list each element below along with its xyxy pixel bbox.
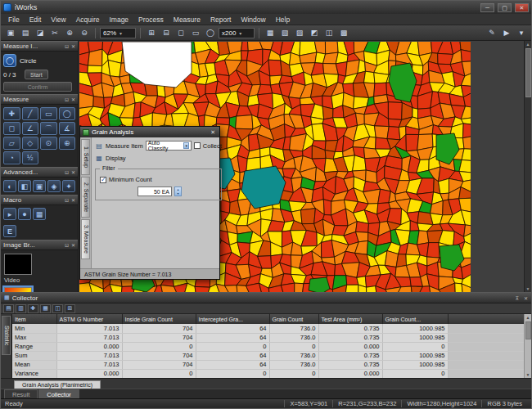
menu-item-help[interactable]: Help: [271, 15, 295, 25]
pen-icon[interactable]: ✎: [485, 27, 498, 39]
table-row[interactable]: Sum 7.013 704 64 736.0 0.735 1000.985: [12, 351, 531, 360]
panel-header[interactable]: Macro ⊡ ✕: [1, 195, 78, 205]
close-icon[interactable]: ✕: [524, 295, 528, 301]
collector-tool-icon[interactable]: ◫: [52, 304, 63, 313]
tab-statistic[interactable]: Statistic: [2, 316, 11, 355]
collector-tool-icon[interactable]: ✚: [28, 304, 38, 313]
open-icon[interactable]: ▤: [19, 27, 32, 39]
tab-grain-analysis-planimetric[interactable]: Grain Analysis (Planimetric): [14, 380, 101, 389]
column-header[interactable]: Inside Grain Count: [122, 314, 196, 324]
scroll-thumb[interactable]: [525, 48, 531, 97]
minimum-count-input[interactable]: 50 EA: [138, 187, 172, 196]
start-button[interactable]: Start: [25, 70, 48, 79]
column-header[interactable]: Grain Count: [269, 314, 318, 324]
spinner-down-icon[interactable]: ▾: [175, 191, 181, 196]
circle-select-icon[interactable]: ◯: [204, 27, 217, 39]
scroll-up-icon[interactable]: ▲: [526, 41, 530, 47]
polygon-tool-icon[interactable]: ◇: [22, 137, 39, 150]
menu-item-window[interactable]: Window: [236, 15, 270, 25]
menu-item-edit[interactable]: Edit: [25, 15, 47, 25]
confirm-button[interactable]: Confirm: [3, 82, 72, 92]
column-header[interactable]: Grain Count...: [382, 314, 448, 324]
browser-item-video[interactable]: Video: [4, 254, 74, 284]
grid-icon[interactable]: ▦: [264, 27, 277, 39]
arc-tool-icon[interactable]: ⌒: [40, 122, 57, 135]
table-row[interactable]: Mean 7.013 704 64 736.0 0.735 1000.985: [12, 360, 531, 369]
cross-circle-tool-icon[interactable]: ⊕: [59, 137, 76, 150]
panel-close-icon[interactable]: ✕: [71, 97, 75, 102]
macro-list-icon[interactable]: ▦: [33, 208, 46, 220]
panel-header[interactable]: Measure ⊡ ✕: [1, 94, 78, 105]
concentric-tool-icon[interactable]: ⊙: [40, 137, 57, 150]
angle3-tool-icon[interactable]: ∡: [59, 122, 76, 135]
tab-separate[interactable]: 2. Separate: [81, 177, 90, 218]
magnification-combo[interactable]: x200 ▾: [219, 28, 255, 38]
advanced-tool-icon[interactable]: ◐: [3, 180, 16, 192]
pin-icon[interactable]: ⊼: [516, 295, 519, 301]
collector-tool-icon[interactable]: ⊞: [65, 304, 75, 313]
panel-header[interactable]: Measure I... ⊡ ✕: [1, 41, 78, 52]
save-icon[interactable]: ◪: [34, 27, 47, 39]
scroll-down-icon[interactable]: ▼: [526, 285, 530, 292]
minimum-count-checkbox[interactable]: [100, 177, 106, 183]
scroll-up-icon[interactable]: ▲: [526, 314, 530, 321]
tab-collector[interactable]: Collector: [38, 389, 79, 398]
panel-header[interactable]: Advanced... ⊡ ✕: [1, 167, 78, 178]
angle-tool-icon[interactable]: ∠: [22, 122, 39, 135]
circle-shape-icon[interactable]: ◯: [3, 54, 16, 67]
zoom-out-icon[interactable]: ⊖: [78, 27, 91, 39]
table-row[interactable]: Max 7.013 704 64 736.0 0.735 1000.985: [12, 333, 531, 342]
measure-item-select[interactable]: Auto Classify ▾: [146, 141, 192, 151]
crop-icon[interactable]: ▭: [189, 27, 202, 39]
ratio-tool-icon[interactable]: ½: [22, 151, 39, 164]
panel-close-icon[interactable]: ✕: [71, 43, 75, 49]
tab-measure[interactable]: 3. Measure: [81, 219, 90, 259]
menu-item-process[interactable]: Process: [133, 15, 169, 25]
table-row[interactable]: Range 0.000 0 0 0 0.000 0: [12, 342, 531, 351]
collector-tool-icon[interactable]: ▦: [40, 304, 51, 313]
macro-edit-icon[interactable]: E: [3, 225, 16, 237]
pointer-icon[interactable]: ▶: [500, 27, 513, 39]
scroll-thumb[interactable]: [525, 321, 531, 339]
zoom-in-icon[interactable]: ⊕: [63, 27, 76, 39]
vertical-scrollbar[interactable]: ▲ ▼: [524, 41, 531, 292]
column-header[interactable]: Item: [12, 314, 56, 324]
tab-result[interactable]: Result: [4, 389, 38, 398]
table-row[interactable]: Min 7.013 704 64 736.0 0.735 1000.985: [12, 324, 531, 333]
tab-setup[interactable]: 1. Setup: [81, 139, 90, 175]
capture-icon[interactable]: ▣: [4, 27, 17, 39]
panel-dock-icon[interactable]: ⊡: [65, 169, 69, 175]
panel-dock-icon[interactable]: ⊡: [65, 242, 69, 248]
column-header[interactable]: Intercepted Gra...: [196, 314, 269, 324]
table-scrollbar[interactable]: ▲ ▼: [524, 314, 531, 378]
menu-item-acquire[interactable]: Acquire: [71, 15, 105, 25]
split-icon[interactable]: ◫: [322, 27, 336, 39]
panel-close-icon[interactable]: ✕: [71, 197, 75, 203]
minimize-button[interactable]: ─: [480, 3, 494, 12]
macro-record-icon[interactable]: ●: [18, 208, 31, 220]
fit-window-icon[interactable]: ⊞: [145, 27, 158, 39]
dialog-titlebar[interactable]: Grain Analysis ✕: [80, 127, 219, 137]
line-tool-icon[interactable]: ╱: [22, 107, 39, 120]
column-header[interactable]: ASTM G Number: [56, 314, 122, 324]
menu-item-view[interactable]: View: [46, 15, 70, 25]
zoom-combo[interactable]: 62% ▾: [100, 28, 136, 38]
menu-item-file[interactable]: File: [3, 15, 25, 25]
more-tools-icon[interactable]: ▾: [515, 27, 528, 39]
scroll-down-icon[interactable]: ▼: [526, 371, 530, 378]
menu-item-image[interactable]: Image: [104, 15, 133, 25]
advanced-tool-icon[interactable]: ◧: [18, 180, 31, 192]
threshold-icon[interactable]: ◩: [308, 27, 321, 39]
histogram-icon[interactable]: ▩: [337, 27, 350, 39]
layers-icon[interactable]: ▨: [293, 27, 306, 39]
panel-dock-icon[interactable]: ⊡: [65, 197, 69, 203]
video-thumbnail[interactable]: [4, 254, 32, 275]
panel-close-icon[interactable]: ✕: [71, 169, 75, 175]
close-button[interactable]: ✕: [515, 3, 529, 12]
advanced-tool-icon[interactable]: ▣: [33, 180, 46, 192]
panel-dock-icon[interactable]: ⊡: [65, 97, 69, 102]
collect-checkbox[interactable]: [194, 142, 201, 149]
table-row[interactable]: Variance 0.000 0 0 0 0.000 0: [12, 369, 531, 378]
cut-icon[interactable]: ✂: [48, 27, 61, 39]
panel-dock-icon[interactable]: ⊡: [65, 43, 69, 49]
